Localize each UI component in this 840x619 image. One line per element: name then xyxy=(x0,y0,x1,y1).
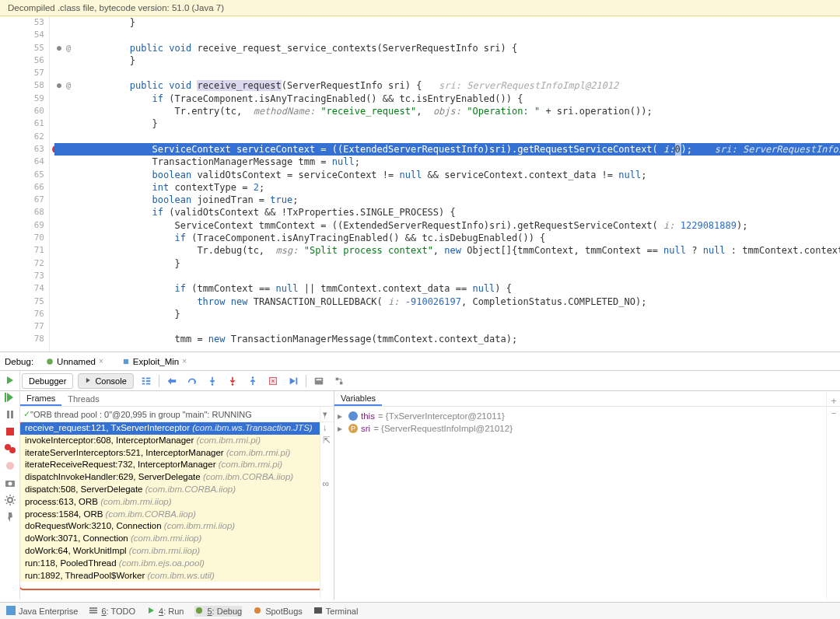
drop-frame-icon[interactable] xyxy=(265,373,281,389)
run-config-tab-exploit[interactable]: Exploit_Min × xyxy=(116,355,193,369)
resume-icon[interactable] xyxy=(4,391,16,404)
code-editor[interactable]: 535455● @565758● @5960616263646566676869… xyxy=(0,16,840,352)
var-type-icon xyxy=(348,411,358,421)
code-line[interactable]: throw new TRANSACTION_ROLLEDBACK( i: -91… xyxy=(54,296,840,308)
thread-selector[interactable]: ✓ "ORB thread pool : 0"@20,995 in group … xyxy=(20,407,334,422)
code-line[interactable] xyxy=(54,320,840,333)
code-line[interactable]: TransactionManagerMessage tmm = null; xyxy=(54,156,840,168)
bug-icon xyxy=(253,606,262,617)
code-area[interactable]: } public void receive_request_service_co… xyxy=(54,16,840,351)
run-to-cursor-icon[interactable] xyxy=(285,373,301,389)
breakpoints-icon[interactable] xyxy=(4,442,16,455)
code-line[interactable]: int contextType = 2; xyxy=(54,181,840,194)
stack-frame[interactable]: doWork:64, WorkUnitImpl (com.ibm.rmi.iio… xyxy=(20,545,320,558)
stack-frame[interactable]: dispatch:508, ServerDelegate (com.ibm.CO… xyxy=(20,484,320,496)
line-number: 58● @ xyxy=(0,79,49,92)
toolwindow-bug[interactable]: SpotBugs xyxy=(253,606,303,617)
camera-icon[interactable] xyxy=(4,477,16,489)
toolwindow-debug[interactable]: 5: Debug xyxy=(194,606,242,617)
threads-icon[interactable] xyxy=(138,373,154,389)
toolwindow-term[interactable]: Terminal xyxy=(313,606,359,617)
code-line[interactable]: } xyxy=(54,16,840,29)
code-line[interactable]: ServiceContext serviceContext = ((Extend… xyxy=(54,143,840,156)
svg-point-32 xyxy=(254,607,261,614)
stack-frame[interactable]: run:1892, ThreadPool$Worker (com.ibm.ws.… xyxy=(20,570,320,582)
debugger-tab[interactable]: Debugger xyxy=(22,373,73,389)
toolwindow-run[interactable]: 4: Run xyxy=(146,606,184,617)
code-line[interactable]: Tr.entry(tc, methodName: "receive_reques… xyxy=(54,105,840,117)
code-line[interactable] xyxy=(54,270,840,282)
code-line[interactable]: boolean validOtsContext = serviceContext… xyxy=(54,169,840,181)
console-tab[interactable]: Console xyxy=(78,373,133,389)
remove-watch-icon[interactable]: － xyxy=(829,407,838,416)
pause-icon[interactable] xyxy=(4,408,16,421)
variable-row[interactable]: ▸this = {TxServerInterceptor@21011} xyxy=(338,410,837,422)
code-line[interactable]: ServiceContext tmmContext = ((ExtendedSe… xyxy=(54,219,840,232)
stack-frame[interactable]: doRequestWork:3210, Connection (com.ibm.… xyxy=(20,520,320,533)
add-watch-icon[interactable]: ＋ xyxy=(829,394,838,404)
line-number: 67 xyxy=(0,194,49,206)
variable-list[interactable]: ▸this = {TxServerInterceptor@21011}▸Psri… xyxy=(334,407,840,438)
code-line[interactable] xyxy=(54,29,840,41)
next-frame-icon[interactable]: ↓ xyxy=(323,422,332,432)
settings-icon[interactable] xyxy=(4,494,16,506)
code-line[interactable]: } xyxy=(54,257,840,270)
stack-frame[interactable]: process:1584, ORB (com.ibm.CORBA.iiop) xyxy=(20,509,320,521)
console-label: Console xyxy=(95,376,126,386)
evaluate-icon[interactable] xyxy=(311,373,327,389)
force-step-into-icon[interactable] xyxy=(225,373,240,389)
var-name: this xyxy=(361,411,375,421)
code-line[interactable]: } xyxy=(54,54,840,67)
prev-frame-icon[interactable]: ↑ xyxy=(323,410,332,419)
stack-frame[interactable]: iterateReceiveRequest:732, InterceptorMa… xyxy=(20,459,320,471)
toolwindow-todo[interactable]: 6: TODO xyxy=(89,606,135,617)
variables-tab[interactable]: Variables xyxy=(334,391,382,406)
svg-rect-4 xyxy=(11,411,13,418)
run-config-tab-unnamed[interactable]: Unnamed × xyxy=(40,355,110,369)
stack-frame[interactable]: invokeInterceptor:608, InterceptorManage… xyxy=(20,435,320,447)
mute-bp-icon[interactable] xyxy=(4,460,16,472)
frame-list[interactable]: receive_request:121, TxServerInterceptor… xyxy=(20,422,320,600)
code-line[interactable]: Tr.debug(tc, msg: "Split process context… xyxy=(54,244,840,257)
step-over-icon[interactable] xyxy=(184,373,200,389)
stack-frame[interactable]: doWork:3071, Connection (com.ibm.rmi.iio… xyxy=(20,533,320,545)
stack-frame[interactable]: iterateServerInterceptors:521, Intercept… xyxy=(20,447,320,460)
code-line[interactable]: } xyxy=(54,308,840,320)
thread-name: "ORB thread pool : 0"@20,995 in group "m… xyxy=(30,410,320,419)
code-line[interactable]: tmm = new TransactionManagerMessage(tmmC… xyxy=(54,333,840,345)
code-line[interactable] xyxy=(54,131,840,143)
code-line[interactable]: if (tmmContext == null || tmmContext.con… xyxy=(54,282,840,295)
export-icon[interactable]: ⇱ xyxy=(323,435,332,444)
svg-point-19 xyxy=(231,383,233,386)
rerun-icon[interactable] xyxy=(4,374,16,386)
close-icon[interactable]: × xyxy=(182,357,187,365)
trace-icon[interactable] xyxy=(331,373,347,389)
stop-icon[interactable] xyxy=(4,425,16,438)
code-line[interactable]: boolean joinedTran = true; xyxy=(54,194,840,206)
pin-icon[interactable] xyxy=(4,511,16,523)
stack-frame[interactable]: dispatchInvokeHandler:629, ServerDelegat… xyxy=(20,471,320,484)
variable-row[interactable]: ▸Psri = {ServerRequestInfoImpl@21012} xyxy=(338,422,837,435)
step-out-icon[interactable] xyxy=(245,373,261,389)
toolwindow-je[interactable]: Java Enterprise xyxy=(6,606,78,617)
code-line[interactable]: public void receive_request(ServerReques… xyxy=(54,79,840,92)
expand-icon[interactable]: ▸ xyxy=(338,423,345,434)
line-number: 77 xyxy=(0,320,49,333)
code-line[interactable]: public void receive_request_service_cont… xyxy=(54,42,840,54)
code-line[interactable]: if (validOtsContext && !TxProperties.SIN… xyxy=(54,206,840,219)
frames-tab[interactable]: Frames xyxy=(20,391,61,406)
stack-frame[interactable]: run:118, PooledThread (com.ibm.ejs.oa.po… xyxy=(20,558,320,570)
code-line[interactable]: if (TraceComponent.isAnyTracingEnabled()… xyxy=(54,232,840,244)
expand-icon[interactable]: ▸ xyxy=(338,411,345,421)
code-line[interactable] xyxy=(54,67,840,79)
filter-icon[interactable]: ∞ xyxy=(323,478,332,488)
stack-frame[interactable]: process:613, ORB (com.ibm.rmi.iiop) xyxy=(20,496,320,509)
toolwindow-label: 5: Debug xyxy=(207,607,242,616)
threads-tab[interactable]: Threads xyxy=(61,391,105,406)
show-execution-icon[interactable] xyxy=(164,373,180,389)
stack-frame[interactable]: receive_request:121, TxServerInterceptor… xyxy=(20,422,320,435)
close-icon[interactable]: × xyxy=(99,357,103,365)
step-into-icon[interactable] xyxy=(205,373,220,389)
code-line[interactable]: } xyxy=(54,117,840,130)
code-line[interactable]: if (TraceComponent.isAnyTracingEnabled()… xyxy=(54,93,840,105)
